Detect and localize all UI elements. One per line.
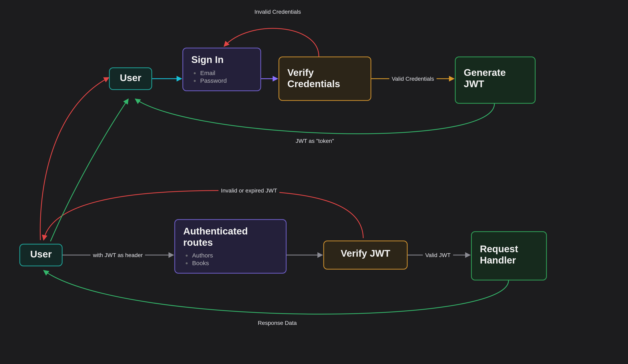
edge-handler-to-user [44,270,509,314]
node-verify-jwt-title: Verify JWT [332,248,399,259]
node-signin-bullet-0: Email [200,69,252,76]
label-jwt-as-token: JWT as "token" [293,137,337,145]
node-generate-jwt: Generate JWT [455,57,536,104]
node-user-bottom: User [19,244,63,266]
diagram-canvas: Invalid Credentials Valid Credentials JW… [0,0,628,364]
node-generate-jwt-title: Generate JWT [464,67,527,89]
node-signin: Sign In Email Password [182,48,261,91]
edge-userbot-to-usertop-red [40,77,109,240]
edge-gen-to-user [135,99,494,134]
node-user-top-title: User [118,72,143,83]
label-valid-credentials: Valid Credentials [389,75,437,82]
node-signin-bullets: Email Password [191,69,252,84]
edge-userbot-to-usertop-green [50,99,128,241]
node-request-handler: Request Handler [471,231,547,281]
label-response-data: Response Data [255,319,299,326]
node-signin-bullet-1: Password [200,77,252,84]
label-with-jwt-header: with JWT as header [91,251,145,259]
node-auth-routes-bullets: Authors Books [183,252,278,266]
node-auth-routes-bullet-1: Books [192,259,278,266]
node-auth-routes-bullet-0: Authors [192,252,278,259]
edges-layer [0,0,628,364]
node-auth-routes-title: Authenticated routes [183,225,278,248]
label-invalid-credentials: Invalid Credentials [252,8,303,15]
node-verify-jwt: Verify JWT [323,240,408,270]
node-user-top: User [109,67,152,90]
node-verify-credentials: Verify Credentials [278,57,371,101]
node-verify-credentials-title: Verify Credentials [287,67,362,89]
node-user-bottom-title: User [28,249,54,260]
node-auth-routes: Authenticated routes Authors Books [174,219,287,274]
label-invalid-jwt: Invalid or expired JWT [219,187,280,194]
node-signin-title: Sign In [191,54,252,65]
label-valid-jwt: Valid JWT [423,251,453,259]
node-request-handler-title: Request Handler [480,243,538,266]
